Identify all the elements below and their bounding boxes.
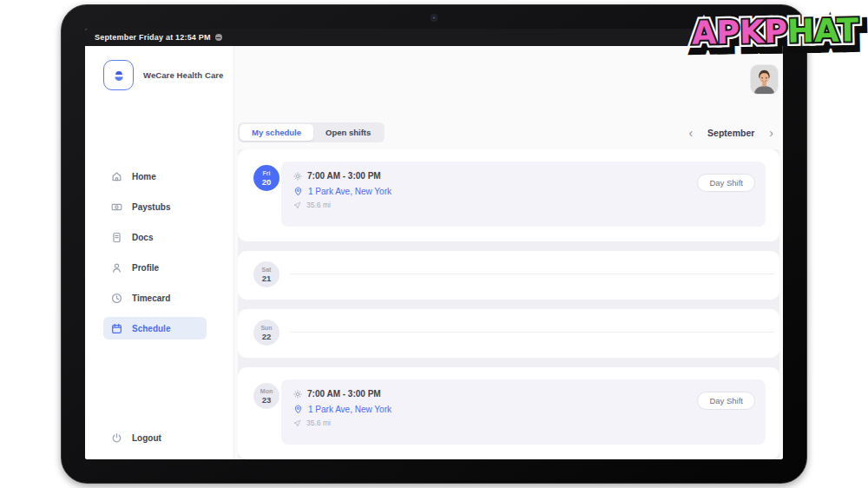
shift-card[interactable]: 7:00 AM - 3:00 PM 1 Park Ave, New York [281,379,766,445]
row-divider [290,274,774,274]
avatar[interactable] [751,65,778,94]
main-area: My schedule Open shifts ‹ September › Fr… [234,46,783,459]
schedule-row-mon-23: Mon 23 7:00 AM - 3:00 PM [238,367,779,459]
day-shift-badge: Day Shift [697,392,755,410]
shift-card[interactable]: 7:00 AM - 3:00 PM 1 Park Ave, New York [281,162,766,227]
tab-my-schedule[interactable]: My schedule [240,124,313,141]
sidebar-item-label: Schedule [132,324,170,333]
do-not-disturb-icon [215,34,222,41]
sidebar-item-logout[interactable]: Logout [103,432,233,444]
sidebar-item-schedule[interactable]: Schedule [103,317,207,340]
day-name: Fri [263,170,271,177]
day-number: 21 [262,274,272,283]
status-bar-text: September Friday at 12:54 PM [95,33,211,42]
sidebar-item-label: Paystubs [132,202,170,212]
day-number: 20 [262,177,272,187]
cash-icon [111,201,122,213]
sidebar-item-profile[interactable]: Profile [103,256,207,279]
shift-distance: 35.6 mi [306,419,331,427]
shift-location-row: 1 Park Ave, New York [293,187,753,196]
app-screen: September Friday at 12:54 PM WeCare Heal… [85,29,783,459]
sidebar-item-label: Home [132,172,156,181]
navigation-icon [293,201,301,209]
doc-icon [111,232,122,243]
sidebar-item-timecard[interactable]: Timecard [103,287,207,309]
shift-location: 1 Park Ave, New York [308,187,391,196]
app-body: WeCare Health Care Home Paystubs [85,46,783,459]
sidebar: WeCare Health Care Home Paystubs [85,46,234,459]
sun-icon [293,390,302,399]
home-icon [111,171,122,182]
chevron-right-icon[interactable]: › [767,127,775,139]
location-pin-icon [293,187,303,196]
chevron-left-icon[interactable]: ‹ [687,127,694,139]
brand-logo-icon [103,60,134,90]
brand: WeCare Health Care [103,60,233,90]
shift-time-row: 7:00 AM - 3:00 PM [293,171,753,181]
shift-time: 7:00 AM - 3:00 PM [307,389,381,399]
calendar-icon [111,323,122,334]
schedule-header: My schedule Open shifts ‹ September › [238,122,775,142]
sidebar-nav: Home Paystubs Docs [103,165,233,340]
shift-time-row: 7:00 AM - 3:00 PM [293,389,753,399]
day-badge[interactable]: Sun 22 [253,320,279,346]
shift-location: 1 Park Ave, New York [308,405,391,414]
camera-dot [431,14,438,22]
day-shift-badge: Day Shift [697,174,755,192]
status-bar: September Friday at 12:54 PM [85,29,783,46]
month-label: September [707,128,754,138]
day-name: Sun [260,325,272,332]
day-badge[interactable]: Sat 21 [253,261,279,287]
user-icon [111,262,122,274]
shift-distance-row: 35.6 mi [293,201,753,209]
tablet-frame: September Friday at 12:54 PM WeCare Heal… [61,4,807,484]
sidebar-item-label: Logout [132,433,161,443]
schedule-row-fri-20: Fri 20 7:00 AM - 3:00 PM [238,149,779,241]
row-divider [290,332,774,333]
clock-icon [111,293,122,304]
location-pin-icon [293,405,303,414]
shift-distance: 35.6 mi [306,201,331,209]
sidebar-item-label: Profile [132,263,159,273]
shift-time: 7:00 AM - 3:00 PM [307,171,381,181]
watermark-text-pink: APKP [692,13,788,52]
month-navigation: ‹ September › [687,127,775,139]
sidebar-item-paystubs[interactable]: Paystubs [103,195,207,218]
day-name: Sat [262,267,272,274]
day-name: Mon [260,388,273,395]
sidebar-item-home[interactable]: Home [103,165,207,188]
watermark-text-green: HAT [787,11,859,49]
schedule-list: Fri 20 7:00 AM - 3:00 PM [238,149,779,459]
sidebar-item-label: Docs [132,233,153,242]
day-number: 22 [262,332,272,341]
tab-open-shifts[interactable]: Open shifts [313,124,383,141]
sidebar-item-label: Timecard [132,293,170,303]
brand-name: WeCare Health Care [143,70,223,80]
power-icon [111,432,122,444]
day-number: 23 [262,395,272,405]
sidebar-item-docs[interactable]: Docs [103,226,207,248]
day-badge[interactable]: Fri 20 [253,165,279,191]
shift-distance-row: 35.6 mi [293,419,753,427]
sun-icon [293,172,302,181]
apkphat-watermark: APKPHAT APKPHAT APKPHAT APKP HAT [683,4,868,60]
schedule-row-sat-21: Sat 21 [238,251,779,300]
shift-location-row: 1 Park Ave, New York [293,405,753,414]
tab-group: My schedule Open shifts [238,122,385,142]
day-badge[interactable]: Mon 23 [253,383,279,409]
navigation-icon [293,419,301,427]
schedule-row-sun-22: Sun 22 [238,309,779,358]
